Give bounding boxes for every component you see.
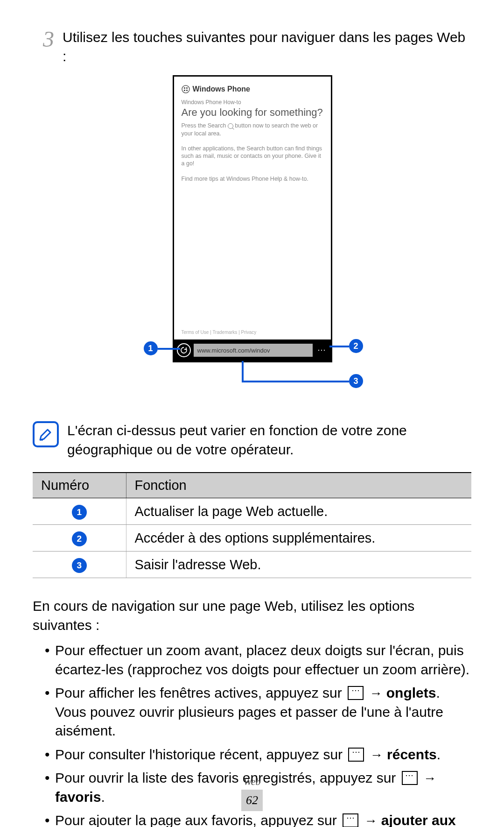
footer-page-number: 62 xyxy=(241,790,263,811)
function-table: Numéro Fonction 1 Actualiser la page Web… xyxy=(33,472,471,578)
row-desc: Accéder à des options supplémentaires. xyxy=(126,525,471,551)
page-breadcrumb: Windows Phone How-to xyxy=(182,99,323,106)
footer-section-name: Web xyxy=(0,776,504,788)
list-item: Pour ajouter la page aux favoris, appuye… xyxy=(47,811,471,827)
step-number: 3 xyxy=(33,28,54,50)
table-row: 1 Actualiser la page Web actuelle. xyxy=(33,498,471,525)
row-badge: 2 xyxy=(72,531,87,546)
search-icon xyxy=(228,123,233,129)
row-badge: 3 xyxy=(72,558,87,573)
phone-screenshot: Windows Phone Windows Phone How-to Are y… xyxy=(120,75,384,404)
arrow-icon: → xyxy=(370,748,383,762)
list-item: Pour afficher les fenêtres actives, appu… xyxy=(47,684,471,741)
callout-leader xyxy=(242,381,349,382)
brand-text: Windows Phone xyxy=(193,85,250,93)
svg-rect-3 xyxy=(184,90,185,91)
step-instruction: Utilisez les touches suivantes pour navi… xyxy=(63,28,471,66)
address-bar[interactable]: www.microsoft.com/windov xyxy=(194,344,313,357)
page-footer-links: Terms of Use | Trademarks | Privacy xyxy=(182,330,323,335)
callout-leader xyxy=(329,346,349,347)
options-intro: En cours de navigation sur une page Web,… xyxy=(33,597,471,635)
page-paragraph-2: In other applications, the Search button… xyxy=(182,145,323,168)
page-paragraph-1: Press the Search button now to search th… xyxy=(182,122,323,137)
note-block: L'écran ci-dessus peut varier en fonctio… xyxy=(33,421,471,459)
table-header-function: Fonction xyxy=(126,473,471,498)
table-row: 3 Saisir l'adresse Web. xyxy=(33,551,471,578)
page-heading: Are you looking for something? xyxy=(182,106,323,118)
more-menu-icon xyxy=(348,686,364,700)
note-text: L'écran ci-dessus peut varier en fonctio… xyxy=(67,421,471,459)
phone-webpage: Windows Phone Windows Phone How-to Are y… xyxy=(174,77,331,339)
more-options-button[interactable]: ... xyxy=(315,346,328,355)
svg-rect-1 xyxy=(184,87,185,89)
keyword-onglets: onglets xyxy=(386,685,436,700)
table-header-number: Numéro xyxy=(33,473,126,498)
more-menu-icon xyxy=(343,813,358,827)
arrow-icon: → xyxy=(364,813,377,827)
phone-frame: Windows Phone Windows Phone How-to Are y… xyxy=(173,75,332,362)
manual-page: 3 Utilisez les touches suivantes pour na… xyxy=(0,0,504,827)
callout-3: 3 xyxy=(349,374,363,388)
refresh-icon xyxy=(180,346,188,354)
keyword-recents: récents xyxy=(387,747,437,762)
arrow-icon: → xyxy=(369,686,382,700)
windows-phone-logo: Windows Phone xyxy=(182,85,323,93)
callout-2: 2 xyxy=(349,339,363,353)
page-footer: Web 62 xyxy=(0,776,504,811)
step-3: 3 Utilisez les touches suivantes pour na… xyxy=(33,28,471,66)
svg-rect-2 xyxy=(186,87,188,89)
refresh-button[interactable] xyxy=(177,343,191,357)
list-item: Pour consulter l'historique récent, appu… xyxy=(47,745,471,764)
svg-point-0 xyxy=(182,85,189,93)
callout-leader xyxy=(242,361,244,381)
row-badge: 1 xyxy=(72,505,87,520)
row-desc: Actualiser la page Web actuelle. xyxy=(126,498,471,525)
callout-1: 1 xyxy=(144,341,158,355)
svg-rect-4 xyxy=(186,90,188,91)
callout-leader xyxy=(158,348,180,350)
page-paragraph-3: Find more tips at Windows Phone Help & h… xyxy=(182,175,323,183)
note-icon xyxy=(33,421,59,447)
row-desc: Saisir l'adresse Web. xyxy=(126,551,471,578)
table-row: 2 Accéder à des options supplémentaires. xyxy=(33,525,471,551)
list-item: Pour effectuer un zoom avant, placez deu… xyxy=(47,641,471,679)
windows-icon xyxy=(182,85,190,93)
browser-toolbar: www.microsoft.com/windov ... xyxy=(174,339,331,361)
more-menu-icon xyxy=(348,748,364,762)
